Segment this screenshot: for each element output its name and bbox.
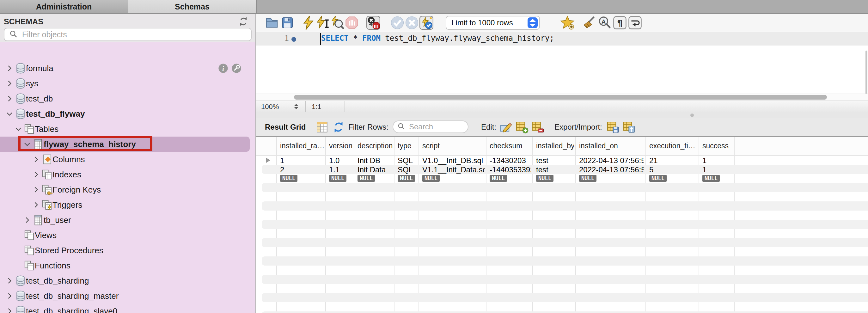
commit-icon[interactable]: [390, 15, 405, 30]
chevron-right-icon[interactable]: [32, 200, 40, 209]
refresh-icon[interactable]: [332, 121, 345, 134]
wrap-text-icon[interactable]: [628, 15, 642, 30]
sync-icon[interactable]: [238, 16, 249, 27]
editor-horizontal-scrollbar[interactable]: [256, 94, 868, 101]
grid-row-2[interactable]: 21.1Init DataSQLV1.1__Init_Data.sql-1440…: [262, 165, 868, 174]
grid-cell[interactable]: 1.1: [329, 165, 352, 174]
chevron-right-icon[interactable]: [5, 94, 14, 103]
import-records-icon[interactable]: [622, 121, 636, 134]
tab-schemas[interactable]: Schemas: [128, 0, 257, 13]
beautify-icon[interactable]: [582, 15, 597, 30]
save-script-icon[interactable]: [280, 15, 294, 30]
column-header-execution-ti-[interactable]: execution_ti…: [649, 142, 697, 150]
filter-objects-input[interactable]: [22, 30, 251, 39]
tree-item-test-db-sharding-slave0[interactable]: test_db_sharding_slave0: [0, 304, 256, 313]
chevron-right-icon[interactable]: [32, 170, 40, 179]
tree-item-test-db-sharding[interactable]: test_db_sharding: [0, 273, 256, 288]
null-value-badge[interactable]: NULL: [490, 175, 507, 182]
chevron-right-icon[interactable]: [5, 307, 14, 313]
chevron-right-icon[interactable]: [5, 276, 14, 285]
tab-administration[interactable]: Administration: [0, 0, 128, 13]
editor-result-splitter[interactable]: [256, 112, 868, 118]
open-script-icon[interactable]: [265, 15, 279, 30]
execute-current-icon[interactable]: [315, 15, 330, 30]
column-header-checksum[interactable]: checksum: [490, 142, 531, 150]
tree-item-tb-user[interactable]: tb_user: [0, 213, 256, 228]
grid-cell[interactable]: 5: [649, 165, 697, 174]
null-value-badge[interactable]: NULL: [649, 175, 666, 182]
null-value-badge[interactable]: NULL: [536, 175, 554, 182]
column-header-installed-by[interactable]: installed_by: [536, 142, 574, 150]
chevron-right-icon[interactable]: [23, 216, 32, 224]
null-value-badge[interactable]: NULL: [422, 175, 440, 182]
grid-cell[interactable]: 1: [702, 165, 733, 174]
add-record-icon[interactable]: [515, 121, 528, 134]
grid-cell[interactable]: 1.0: [329, 156, 352, 165]
tree-item-formula[interactable]: formulai: [0, 61, 256, 76]
result-search-input[interactable]: [408, 122, 460, 131]
delete-record-icon[interactable]: [531, 121, 544, 134]
chevron-down-icon[interactable]: [14, 125, 23, 133]
tree-item-tables[interactable]: Tables: [0, 121, 256, 136]
grid-cell[interactable]: V1.1__Init_Data.sql: [422, 165, 485, 174]
row-limit-select[interactable]: Limit to 1000 rows: [446, 16, 540, 30]
column-header-version[interactable]: version: [329, 142, 352, 150]
show-invisibles-icon[interactable]: ¶: [613, 15, 627, 30]
null-value-badge[interactable]: NULL: [329, 175, 346, 182]
tree-item-test-db-sharding-master[interactable]: test_db_sharding_master: [0, 288, 256, 304]
tree-item-test-db-flyway[interactable]: test_db_flyway: [0, 106, 256, 121]
tree-item-sys[interactable]: sys: [0, 76, 256, 91]
grid-cell[interactable]: Init DB: [358, 156, 393, 165]
grid-cell[interactable]: -1440353392: [490, 165, 531, 174]
tree-item-functions[interactable]: Functions: [0, 258, 256, 273]
column-header-installed-ra-[interactable]: installed_ra…: [280, 142, 324, 150]
grid-row-new-null[interactable]: NULLNULLNULLNULLNULLNULLNULLNULLNULLNULL: [262, 174, 868, 183]
tree-item-test-db[interactable]: test_db: [0, 91, 256, 106]
explain-plan-icon[interactable]: [330, 15, 345, 30]
chevron-down-icon[interactable]: [5, 109, 14, 118]
autocommit-icon[interactable]: [419, 15, 434, 30]
null-value-badge[interactable]: NULL: [398, 175, 415, 182]
grid-cell[interactable]: 2: [280, 165, 324, 174]
grid-cell[interactable]: 2022-04-13 07:56:56: [579, 165, 644, 174]
chevron-right-icon[interactable]: [5, 79, 14, 88]
grid-cell[interactable]: SQL: [398, 165, 417, 174]
save-snippet-icon[interactable]: [560, 15, 575, 30]
column-header-success[interactable]: success: [702, 142, 733, 150]
column-header-script[interactable]: script: [422, 142, 485, 150]
chevron-right-icon[interactable]: [32, 155, 40, 164]
column-header-description[interactable]: description: [358, 142, 393, 150]
wrench-icon[interactable]: [231, 63, 242, 74]
find-icon[interactable]: A: [597, 15, 612, 30]
grid-cell[interactable]: 1: [280, 156, 324, 165]
grid-cell[interactable]: 21: [649, 156, 697, 165]
stop-on-error-icon[interactable]: [366, 15, 380, 30]
splitter-handle[interactable]: [690, 114, 694, 117]
execute-icon[interactable]: [301, 15, 315, 30]
null-value-badge[interactable]: NULL: [358, 175, 375, 182]
tree-item-views[interactable]: Views: [0, 228, 256, 243]
tree-item-triggers[interactable]: Triggers: [0, 197, 256, 213]
grid-cell[interactable]: -13430203: [490, 156, 531, 165]
tree-item-indexes[interactable]: Indexes: [0, 167, 256, 182]
info-icon[interactable]: i: [217, 63, 229, 74]
tree-item-stored-procedures[interactable]: Stored Procedures: [0, 243, 256, 258]
zoom-stepper-icon[interactable]: [293, 102, 300, 111]
grid-cell[interactable]: V1.0__Init_DB.sql: [422, 156, 485, 165]
chevron-right-icon[interactable]: [32, 185, 40, 194]
null-value-badge[interactable]: NULL: [579, 175, 596, 182]
null-value-badge[interactable]: NULL: [280, 175, 298, 182]
column-header-type[interactable]: type: [398, 142, 417, 150]
sql-code-editor[interactable]: 1 SELECT * FROM test_db_flyway.flyway_sc…: [256, 32, 868, 94]
grid-cell[interactable]: 1: [702, 156, 733, 165]
export-records-icon[interactable]: [606, 121, 620, 134]
grid-row-1[interactable]: 11.0Init DBSQLV1.0__Init_DB.sql-13430203…: [262, 156, 868, 165]
chevron-right-icon[interactable]: [5, 64, 14, 73]
scrollbar-thumb[interactable]: [294, 95, 827, 100]
column-header-installed-on[interactable]: installed_on: [579, 142, 644, 150]
tree-item-flyway-schema-history[interactable]: flyway_schema_history: [0, 136, 256, 152]
edit-record-icon[interactable]: [499, 121, 513, 134]
tree-item-columns[interactable]: Columns: [0, 152, 256, 167]
grid-cell[interactable]: Init Data: [358, 165, 393, 174]
grid-cell[interactable]: test: [536, 165, 574, 174]
